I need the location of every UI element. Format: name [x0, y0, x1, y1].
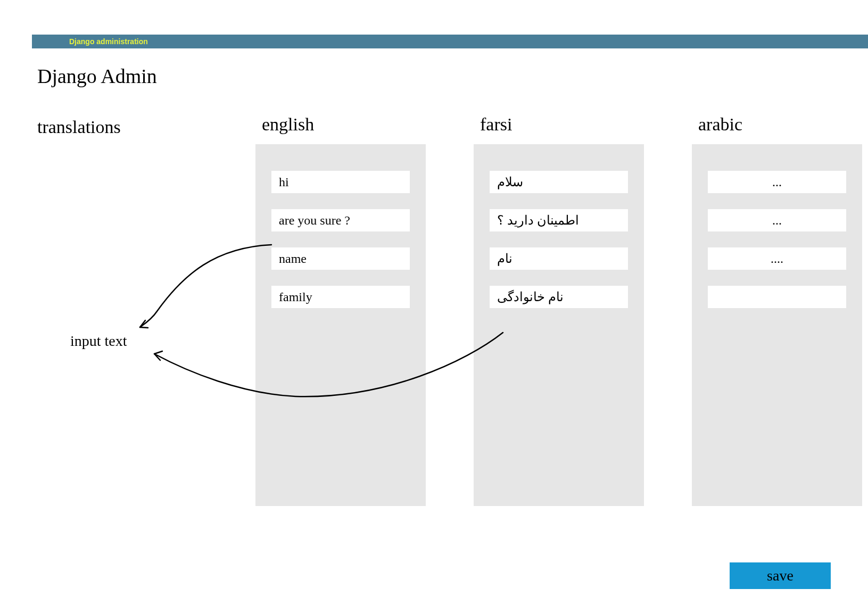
column-arabic: arabic	[692, 114, 862, 506]
annotation-input-text: input text	[70, 333, 127, 350]
page-title: Django Admin	[37, 64, 868, 88]
arabic-field-3[interactable]	[708, 286, 846, 308]
admin-brand: Django administration	[69, 37, 148, 46]
farsi-field-0[interactable]	[490, 171, 628, 193]
arabic-field-1[interactable]	[708, 209, 846, 231]
save-button[interactable]: save	[730, 562, 831, 589]
column-box-farsi	[474, 144, 644, 506]
column-box-arabic	[692, 144, 862, 506]
save-button-label: save	[767, 567, 793, 584]
column-header-english: english	[255, 114, 426, 135]
admin-header-bar: Django administration	[32, 35, 868, 48]
column-header-arabic: arabic	[692, 114, 862, 135]
farsi-field-1[interactable]	[490, 209, 628, 231]
section-label: translations	[37, 114, 255, 506]
english-field-0[interactable]	[271, 171, 410, 193]
column-english: english	[255, 114, 426, 506]
english-field-2[interactable]	[271, 247, 410, 270]
farsi-field-3[interactable]	[490, 286, 628, 308]
farsi-field-2[interactable]	[490, 247, 628, 270]
column-farsi: farsi	[474, 114, 644, 506]
column-box-english	[255, 144, 426, 506]
column-header-farsi: farsi	[474, 114, 644, 135]
arabic-field-2[interactable]	[708, 247, 846, 270]
english-field-3[interactable]	[271, 286, 410, 308]
english-field-1[interactable]	[271, 209, 410, 231]
arabic-field-0[interactable]	[708, 171, 846, 193]
